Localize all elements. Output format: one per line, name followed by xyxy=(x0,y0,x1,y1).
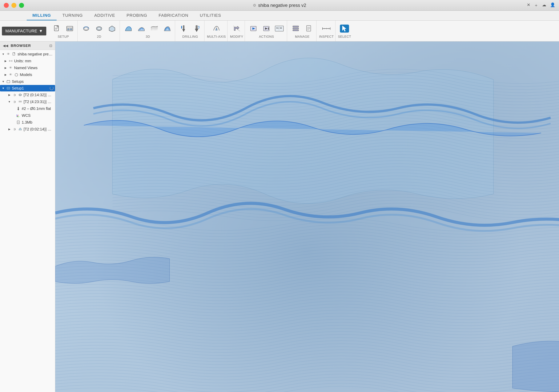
app-icon: ⚙ xyxy=(253,3,256,8)
tool-library-button[interactable] xyxy=(289,23,302,34)
3d-label: 3D xyxy=(146,35,150,39)
filesize-label: 1.3Mb xyxy=(22,120,54,125)
tree-item-root[interactable]: 👁 shiba negative press v1 xyxy=(0,51,55,57)
new-setup-button[interactable] xyxy=(51,23,63,34)
window-title: ⚙ shiba negative press v2 xyxy=(253,3,306,8)
tree-item-pocket1[interactable]: ◑ [T2 (0:14:32)] Pocket1 xyxy=(0,92,55,98)
2d-buttons xyxy=(80,23,118,34)
setup-buttons xyxy=(51,23,76,34)
spot-drill-button[interactable] xyxy=(191,23,203,34)
actions-label: ACTIONS xyxy=(259,35,274,39)
tree-item-tool-info[interactable]: #2 – Ø0.1mm flat xyxy=(0,105,55,112)
drill-icon xyxy=(179,25,188,33)
tree-item-setup1[interactable]: Setup1 xyxy=(0,85,55,92)
svg-marker-54 xyxy=(18,109,19,110)
close-icon[interactable]: ✕ xyxy=(527,2,530,8)
manufacture-label: MANUFACTURE xyxy=(5,28,37,34)
tree-item-wcs[interactable]: WCS xyxy=(0,112,55,119)
tab-probing[interactable]: PROBING xyxy=(121,11,153,20)
tab-additive[interactable]: ADDITIVE xyxy=(89,11,121,20)
svg-rect-26 xyxy=(293,26,298,27)
tool-info-icon xyxy=(16,106,21,111)
eye-icon-models[interactable]: 👁 xyxy=(8,72,13,77)
2d-contour-button[interactable] xyxy=(80,23,92,34)
tree-item-named-views[interactable]: 👁 Named Views xyxy=(0,64,55,71)
simulate-icon xyxy=(262,25,271,33)
2d-label: 2D xyxy=(97,35,101,39)
select-cursor-icon xyxy=(340,25,349,33)
viewport[interactable]: Z Y X Z Y X xyxy=(55,42,559,392)
tree-item-units[interactable]: Units: mm xyxy=(0,57,55,64)
eye-icon-root[interactable]: 👁 xyxy=(6,52,11,56)
select-cursor-button[interactable] xyxy=(338,23,351,34)
svg-marker-13 xyxy=(183,29,185,32)
contour3d-button[interactable] xyxy=(161,23,173,34)
actions-buttons: G1 G2 xyxy=(247,23,285,34)
pocket3d-button[interactable] xyxy=(135,23,148,34)
measure-button[interactable] xyxy=(320,23,333,34)
tab-fabrication[interactable]: FABRICATION xyxy=(153,11,194,20)
tree-item-setups[interactable]: Setups xyxy=(0,78,55,85)
post-process-icon xyxy=(249,25,258,33)
adaptive-button[interactable] xyxy=(122,23,134,34)
account-icon[interactable]: 👤 xyxy=(550,2,555,8)
toolbar-group-setup: SETUP xyxy=(49,20,77,41)
pocket1-label: [T2 (0:14:32)] Pocket1 xyxy=(24,92,54,97)
tree-item-parallel1[interactable]: ◑ [T2 (4:23:31)] Parallel1 xyxy=(0,98,55,105)
toolbar-group-3d: 3D xyxy=(121,20,175,41)
post-process-button[interactable] xyxy=(247,23,260,34)
tree-item-contour1[interactable]: ◑ [T2 (0:02:14)] Contour1 xyxy=(0,126,55,132)
svg-rect-12 xyxy=(183,26,184,29)
tree-arrow-models xyxy=(4,73,7,76)
setup-label: SETUP xyxy=(58,35,69,39)
simulate-button[interactable] xyxy=(260,23,272,34)
svg-rect-21 xyxy=(268,28,269,30)
swarf-icon xyxy=(212,25,221,33)
eye-icon-named-views[interactable]: 👁 xyxy=(8,65,13,70)
tree-arrow-pocket1 xyxy=(8,93,11,97)
measure-icon xyxy=(322,25,331,33)
tab-utilities[interactable]: UTILITIES xyxy=(194,11,227,20)
tree-arrow-root xyxy=(1,52,5,56)
tree-item-filesize[interactable]: 1.3Mb xyxy=(0,119,55,126)
setup1-label: Setup1 xyxy=(12,86,49,91)
swarf-button[interactable] xyxy=(210,23,223,34)
tab-milling[interactable]: MILLING xyxy=(27,11,56,20)
named-views-label: Named Views xyxy=(14,65,54,70)
cloud-icon[interactable]: ☁ xyxy=(542,2,546,8)
svg-text:G2: G2 xyxy=(280,27,282,29)
add-tab-icon[interactable]: ＋ xyxy=(534,2,538,8)
window-controls xyxy=(4,3,24,8)
viewport-background xyxy=(55,42,559,392)
tab-turning[interactable]: TURNING xyxy=(56,11,88,20)
multiaxis-buttons xyxy=(210,23,223,34)
maximize-button[interactable] xyxy=(19,3,24,8)
2d-face-button[interactable] xyxy=(106,23,118,34)
browser-tree: 👁 shiba negative press v1 Units: mm 👁 Na… xyxy=(0,50,55,392)
browser-collapse-button[interactable]: ◀◀ xyxy=(2,43,9,48)
manufacture-button[interactable]: MANUFACTURE ▼ xyxy=(2,27,46,36)
tree-arrow-contour1 xyxy=(8,127,11,131)
toolbar-group-drilling: DRILLING xyxy=(176,20,205,41)
browser-title: BROWSER xyxy=(11,44,47,48)
close-button[interactable] xyxy=(4,3,9,8)
toolbar-group-manage: MANAGE xyxy=(288,20,317,41)
parallel-button[interactable] xyxy=(148,23,160,34)
svg-rect-15 xyxy=(196,26,197,29)
parallel-icon xyxy=(150,25,159,33)
drill-button[interactable] xyxy=(177,23,190,34)
setup-button[interactable] xyxy=(64,23,76,34)
toolbar-group-multiaxis: MULTI-AXIS xyxy=(205,20,227,41)
svg-rect-14 xyxy=(181,26,182,28)
minimize-button[interactable] xyxy=(11,3,16,8)
g1g2-button[interactable]: G1 G2 xyxy=(273,23,285,34)
spot-drill-icon xyxy=(192,25,201,33)
trim-button[interactable] xyxy=(231,23,243,34)
browser-expand-button[interactable]: ⊡ xyxy=(49,43,53,48)
contour1-icon xyxy=(18,127,22,131)
svg-rect-53 xyxy=(18,107,19,109)
2d-pocket-button[interactable] xyxy=(93,23,105,34)
tree-item-models[interactable]: 👁 Models xyxy=(0,71,55,78)
pocket1-icon xyxy=(18,93,22,97)
document-button[interactable] xyxy=(303,23,315,34)
